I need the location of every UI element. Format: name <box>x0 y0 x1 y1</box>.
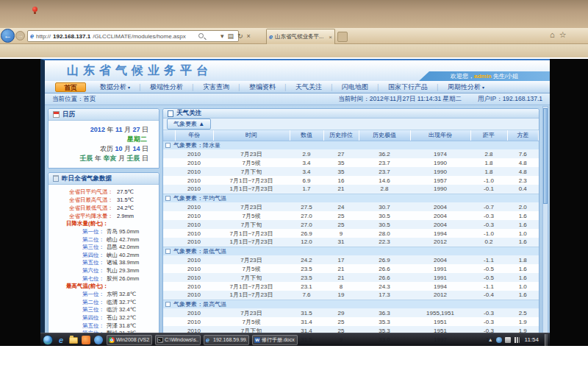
cell: 2010 <box>175 211 213 220</box>
home-icon[interactable]: ⌂ <box>550 30 555 40</box>
table-row[interactable]: 20107月5候27.02530.52004-0.31.6 <box>163 211 539 220</box>
cell: 2012 <box>410 238 470 247</box>
clock[interactable]: 11:54 <box>525 336 539 343</box>
table-group-row[interactable]: 气象要素：最低气温 <box>163 247 539 255</box>
search-dropdown-icon[interactable]: ▾ <box>220 32 224 40</box>
search-icon[interactable] <box>198 33 204 38</box>
compatibility-icon[interactable]: ▤ <box>228 32 234 40</box>
taskbar-window-button[interactable]: Win2008 (VS2... <box>107 335 152 345</box>
cell: 2010 <box>175 220 213 229</box>
table-group-row[interactable]: 气象要素：平均气温 <box>163 194 539 202</box>
rank-label: 第二位： <box>82 299 104 305</box>
row-checkbox-cell <box>163 282 175 291</box>
table-row[interactable]: 20107月23日31.52936.31955,1951-0.32.5 <box>163 308 539 317</box>
browser-tab[interactable]: e 山东省气候业务平... × <box>266 29 335 44</box>
taskbar-window-button[interactable]: e192.168.59.99... <box>204 335 249 345</box>
cell: 2012 <box>410 291 470 300</box>
weekday: 星期二 <box>53 135 148 144</box>
nav-item-9[interactable]: 周期性分析▾ <box>440 82 492 92</box>
taskbar-window-button[interactable]: >_C:\Windows\s... <box>155 335 201 345</box>
nav-item-4[interactable]: 灾害查询 <box>195 82 237 92</box>
rank-value: 胶州 26.0mm <box>107 275 139 282</box>
cell: 26.9 <box>290 229 323 238</box>
network-icon[interactable] <box>514 337 520 343</box>
calendar-title: 日历 <box>62 110 75 119</box>
table-row[interactable]: 20107月23日27.52430.72004-0.72.0 <box>163 202 539 211</box>
rank-label: 第三位： <box>82 244 104 250</box>
table-row[interactable]: 20107月23日24.21726.92004-1.11.8 <box>163 255 539 264</box>
table-row[interactable]: 20101月1日~7月23日7.61917.32012-0.41.6 <box>163 291 539 300</box>
show-desktop-button[interactable] <box>545 334 548 346</box>
table-row[interactable]: 20107月1日~7月23日26.9928.01994-1.01.0 <box>163 229 539 238</box>
stat-value: 2.9mm <box>117 213 134 220</box>
tab-close-icon[interactable]: × <box>329 34 332 40</box>
scrollbar-thumb[interactable] <box>543 108 548 204</box>
table-row[interactable]: 20107月1日~7月23日23.1824.31994-1.11.0 <box>163 282 539 291</box>
element-filter-button[interactable]: 气象要素 ▲ <box>167 118 211 130</box>
group-checkbox[interactable] <box>165 302 171 307</box>
nav-item-7[interactable]: 闪电地图 <box>334 82 376 92</box>
cell: 2010 <box>175 202 213 211</box>
stop-icon[interactable]: × <box>247 32 251 40</box>
table-row[interactable]: 20107月23日2.92736.219742.87.6 <box>163 149 539 158</box>
cell: 26.6 <box>359 273 410 282</box>
back-button[interactable]: ← <box>1 29 15 43</box>
cell: -0.3 <box>470 220 507 229</box>
table-row[interactable]: 20107月下旬23.52126.61991-0.51.6 <box>163 273 539 282</box>
group-checkbox[interactable] <box>165 196 171 201</box>
nav-item-6[interactable]: 天气关注 <box>287 82 330 92</box>
stat-value: 31.5℃ <box>117 197 134 204</box>
browser-command-icons: ⌂ ☆ <box>550 30 567 40</box>
group-checkbox[interactable] <box>165 249 171 254</box>
favorites-star-icon[interactable]: ☆ <box>559 30 567 40</box>
table-group-row[interactable]: 气象要素：降水量 <box>163 141 539 149</box>
weather-summary-panel: 昨日全省气象数据 全省日平均气温：27.5℃全省日最高气温：31.5℃全省日最低… <box>48 172 159 346</box>
cell: 2010 <box>175 317 213 326</box>
table-row[interactable]: 20107月5候31.42535.31951-0.31.9 <box>163 317 539 326</box>
nav-item-8[interactable]: 国家下行产品 <box>380 82 436 92</box>
table-row[interactable]: 20107月5候3.43523.719901.84.8 <box>163 158 539 167</box>
cell: 1.6 <box>507 220 539 229</box>
table-row[interactable]: 20101月1日~7月23日1.7212.81990-0.10.4 <box>163 185 539 194</box>
nav-item-3[interactable]: 极端性分析 <box>142 82 191 92</box>
cell: 2.0 <box>507 202 539 211</box>
group-checkbox[interactable] <box>165 143 171 148</box>
ranking-item: 第二位：崂山 42.7mm <box>49 236 159 244</box>
nav-item-5[interactable]: 整编资料 <box>241 82 284 92</box>
table-row[interactable]: 20107月1日~7月23日6.91614.61957-1.02.3 <box>163 176 539 185</box>
table-row[interactable]: 20107月下旬27.02530.52004-0.31.6 <box>163 220 539 229</box>
cell: 2010 <box>175 149 213 158</box>
table-row[interactable]: 20107月下旬3.43523.719901.84.8 <box>163 167 539 176</box>
refresh-icon[interactable]: ↻ <box>237 32 243 40</box>
cell: 2010 <box>175 229 213 238</box>
cell: 7月5候 <box>213 158 290 167</box>
ie-quicklaunch-icon[interactable]: e <box>57 336 65 344</box>
rank-value: 临清 32.7℃ <box>107 299 136 305</box>
url-input[interactable]: e http://192.168.137.1/GLCCLIMATE/module… <box>27 30 239 42</box>
show-hidden-icons[interactable]: ▲ <box>488 337 493 343</box>
forward-button[interactable]: → <box>15 31 25 40</box>
content-area: 日历 2012 年 11 月 27 日 星期二 农历 10 <box>45 105 550 346</box>
start-button[interactable] <box>43 335 53 345</box>
table-row[interactable]: 20107月5候23.52126.61991-0.51.6 <box>163 264 539 273</box>
table-row[interactable]: 20101月1日~7月23日12.03122.320120.21.6 <box>163 238 539 247</box>
calendar-panel: 日历 2012 年 11 月 27 日 星期二 农历 10 <box>48 108 159 169</box>
nav-item-2[interactable]: 数据分析▾ <box>92 82 138 92</box>
table-group-row[interactable]: 气象要素：最高气温 <box>163 300 539 308</box>
nav-item-1[interactable]: 首页 <box>55 82 86 92</box>
media-player-icon[interactable] <box>82 336 90 344</box>
stat-label: 全省日平均气温： <box>49 188 113 196</box>
cell: 30.5 <box>359 220 410 229</box>
row-checkbox-cell <box>163 291 175 300</box>
action-center-icon[interactable] <box>505 337 511 343</box>
update-tray-icon[interactable] <box>496 337 502 343</box>
player-icon[interactable] <box>94 336 103 344</box>
taskbar-window-button[interactable]: W修行手册.docx ... <box>252 335 298 345</box>
weather-summary-header: 昨日全省气象数据 <box>49 173 159 185</box>
cell: 1991 <box>410 273 470 282</box>
cell: 2010 <box>175 158 213 167</box>
new-tab-button[interactable] <box>337 32 348 42</box>
url-host: 192.168.137.1 <box>53 33 90 40</box>
explorer-icon[interactable] <box>69 337 78 344</box>
page-scrollbar[interactable] <box>542 106 548 346</box>
